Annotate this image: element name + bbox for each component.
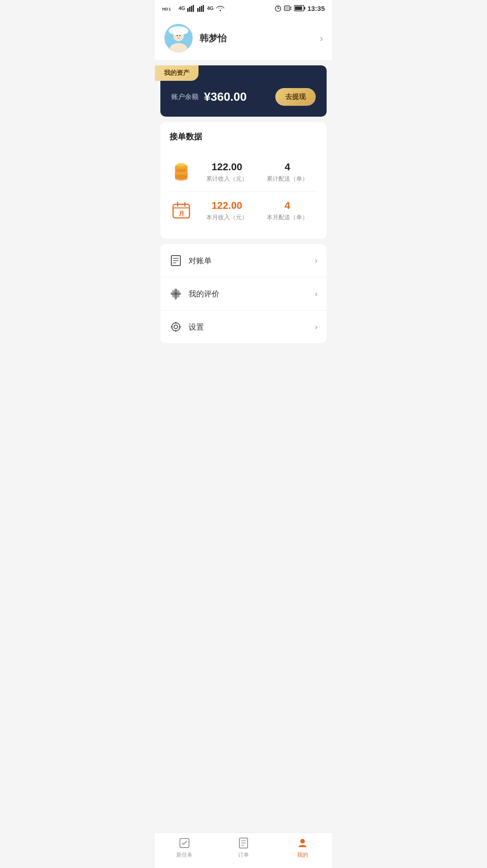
svg-rect-3 <box>189 7 190 12</box>
balance-label: 账户余额 <box>171 93 199 101</box>
menu-chevron-reconciliation: › <box>315 256 318 266</box>
nav-item-mine[interactable]: 我的 <box>273 837 332 859</box>
monthly-stats-data: 122.00 本月收入（元） 4 本月配送（单） <box>197 200 318 222</box>
nav-item-new-tasks[interactable]: 新任务 <box>155 837 214 859</box>
nav-item-orders[interactable]: 订单 <box>214 837 273 859</box>
status-left-icons: HD 1 4G 4G <box>162 5 225 12</box>
withdraw-button[interactable]: 去提现 <box>275 88 316 106</box>
svg-rect-46 <box>171 256 173 265</box>
total-delivery-item: 4 累计配送（单） <box>267 161 308 183</box>
status-bar: HD 1 4G 4G <box>155 0 332 16</box>
total-delivery-label: 累计配送（单） <box>267 175 308 183</box>
profile-chevron-icon[interactable]: › <box>320 33 323 44</box>
svg-rect-8 <box>201 6 202 12</box>
nav-label-orders: 订单 <box>238 851 249 859</box>
menu-label-reconciliation: 对账单 <box>189 256 212 266</box>
nav-label-mine: 我的 <box>297 851 308 859</box>
svg-text:月: 月 <box>179 210 184 217</box>
menu-section: 对账单 › <box>160 244 327 343</box>
svg-rect-7 <box>199 7 200 12</box>
new-tasks-icon <box>178 837 191 849</box>
coins-icon <box>169 160 193 184</box>
total-income-label: 累计收入（元） <box>206 175 248 183</box>
total-stats-data: 122.00 累计收入（元） 4 累计配送（单） <box>197 161 318 183</box>
month-delivery-value: 4 <box>267 200 308 212</box>
svg-rect-2 <box>187 8 189 12</box>
svg-rect-4 <box>191 6 192 12</box>
svg-rect-19 <box>295 6 302 10</box>
svg-rect-15 <box>285 7 289 10</box>
balance-area: 账户余额 ¥360.00 <box>171 90 247 104</box>
profile-header[interactable]: 韩梦怡 › <box>155 16 332 60</box>
profile-left: 韩梦怡 <box>164 24 227 53</box>
status-right-icons: 13:35 <box>274 5 325 12</box>
svg-point-28 <box>179 35 180 36</box>
month-income-value: 122.00 <box>206 200 248 212</box>
mine-icon <box>296 837 309 849</box>
orders-icon <box>237 837 250 849</box>
monthly-stats-row: 月 122.00 本月收入（元） 4 本月配送（单） <box>169 191 318 230</box>
svg-rect-9 <box>203 5 204 12</box>
menu-left-settings: 设置 <box>169 321 204 333</box>
avatar <box>164 24 193 53</box>
month-delivery-label: 本月配送（单） <box>267 213 308 222</box>
total-income-value: 122.00 <box>206 161 248 173</box>
calendar-icon: 月 <box>169 199 193 222</box>
total-stats-row: 122.00 累计收入（元） 4 累计配送（单） <box>169 153 318 191</box>
assets-tab-label: 我的资产 <box>155 65 199 81</box>
svg-point-57 <box>174 325 178 329</box>
svg-point-68 <box>300 839 305 843</box>
svg-point-58 <box>172 323 180 331</box>
month-income-item: 122.00 本月收入（元） <box>206 200 248 222</box>
stats-title: 接单数据 <box>169 131 318 142</box>
assets-section: 我的资产 账户余额 ¥360.00 去提现 <box>155 65 332 117</box>
flower-icon <box>169 287 182 300</box>
svg-rect-6 <box>197 8 199 12</box>
svg-text:HD: HD <box>162 7 168 11</box>
menu-chevron-settings: › <box>315 322 318 332</box>
username: 韩梦怡 <box>199 32 227 44</box>
month-income-label: 本月收入（元） <box>206 213 248 222</box>
nav-label-new-tasks: 新任务 <box>176 851 193 859</box>
menu-left-reconciliation: 对账单 <box>169 254 212 267</box>
menu-item-settings[interactable]: 设置 › <box>160 311 327 343</box>
svg-point-26 <box>179 29 188 35</box>
svg-point-25 <box>169 29 178 35</box>
svg-point-27 <box>177 35 178 36</box>
month-delivery-item: 4 本月配送（单） <box>267 200 308 222</box>
total-income-item: 122.00 累计收入（元） <box>206 161 248 183</box>
svg-rect-5 <box>193 5 194 12</box>
svg-point-36 <box>177 163 186 167</box>
bottom-nav: 新任务 订单 我的 <box>155 833 332 868</box>
svg-rect-20 <box>304 7 305 10</box>
menu-item-evaluation[interactable]: 我的评价 › <box>160 277 327 311</box>
svg-text:1: 1 <box>169 7 171 11</box>
settings-icon <box>169 321 182 333</box>
menu-label-settings: 设置 <box>189 322 204 332</box>
menu-label-evaluation: 我的评价 <box>189 289 219 299</box>
stats-section: 接单数据 122.00 累计收入（元） <box>160 122 327 239</box>
balance-amount: ¥360.00 <box>204 90 247 104</box>
menu-item-reconciliation[interactable]: 对账单 › <box>160 244 327 277</box>
menu-left-evaluation: 我的评价 <box>169 287 219 300</box>
svg-point-10 <box>220 10 221 11</box>
menu-chevron-evaluation: › <box>315 289 318 299</box>
time-display: 13:35 <box>308 5 325 12</box>
receipt-icon <box>169 254 182 267</box>
total-delivery-value: 4 <box>267 161 308 173</box>
